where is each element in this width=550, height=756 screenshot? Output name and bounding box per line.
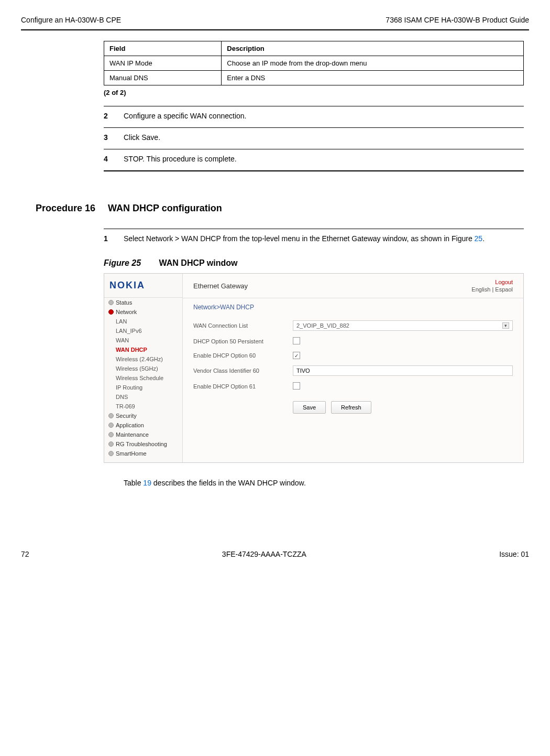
doc-number: 3FE-47429-AAAA-TCZZA: [222, 550, 306, 558]
cell-desc: Choose an IP mode from the drop-down men…: [222, 56, 524, 71]
step-4: 4 STOP. This procedure is complete.: [104, 149, 524, 171]
checkbox-opt50[interactable]: [293, 337, 300, 344]
step-text: STOP. This procedure is complete.: [124, 155, 524, 163]
label-opt60: Enable DHCP Option 60: [193, 352, 293, 359]
header-rule: [21, 29, 529, 30]
sidebar-item-security[interactable]: Security: [104, 411, 182, 420]
sidebar-item-maintenance[interactable]: Maintenance: [104, 430, 182, 439]
checkbox-opt60[interactable]: ✓: [293, 352, 300, 359]
step-1: 1 Select Network > WAN DHCP from the top…: [104, 229, 524, 250]
header-right: 7368 ISAM CPE HA-030W-B Product Guide: [386, 16, 529, 24]
content-area: Field Description WAN IP Mode Choose an …: [104, 41, 524, 171]
issue-number: Issue: 01: [499, 550, 529, 558]
sidebar-item-label: Maintenance: [116, 431, 149, 438]
step-text: Select Network > WAN DHCP from the top-l…: [124, 234, 524, 243]
sidebar-item-wandhcp[interactable]: WAN DHCP: [104, 345, 182, 354]
language-links[interactable]: English | Espaol: [471, 286, 513, 293]
page-footer: 72 3FE-47429-AAAA-TCZZA Issue: 01: [21, 550, 529, 558]
sidebar-item-label: Application: [116, 422, 144, 428]
table-row: Manual DNS Enter a DNS: [104, 71, 524, 85]
th-desc: Description: [222, 41, 524, 56]
step1-post: .: [482, 234, 485, 243]
sidebar-item-lan[interactable]: LAN: [104, 317, 182, 326]
chevron-down-icon: ▾: [502, 322, 509, 329]
nokia-logo: NOKIA: [104, 274, 182, 298]
page-number: 72: [21, 550, 29, 558]
label-wan-connection: WAN Connection List: [193, 322, 293, 329]
figure-link[interactable]: 25: [475, 234, 483, 243]
after-post: describes the fields in the WAN DHCP win…: [151, 479, 306, 487]
sidebar-item-rg[interactable]: RG Troubleshooting: [104, 439, 182, 449]
sidebar-item-tr069[interactable]: TR-069: [104, 402, 182, 411]
page-header: Configure an HA-030W-B CPE 7368 ISAM CPE…: [21, 16, 529, 24]
procedure-heading: Procedure 16 WAN DHCP configuration: [104, 203, 529, 214]
screenshot: NOKIA Status Network LAN LAN_IPv6 WAN WA…: [104, 273, 524, 463]
th-field: Field: [104, 41, 222, 56]
step-number: 4: [104, 155, 114, 163]
sidebar-item-status[interactable]: Status: [104, 298, 182, 307]
select-value: 2_VOIP_B_VID_882: [296, 322, 349, 329]
sidebar-item-wireless5[interactable]: Wireless (5GHz): [104, 364, 182, 373]
checkbox-opt61[interactable]: [293, 382, 300, 390]
sidebar-item-lanipv6[interactable]: LAN_IPv6: [104, 326, 182, 336]
label-opt50: DHCP Option 50 Persistent: [193, 338, 293, 344]
sidebar-item-wan[interactable]: WAN: [104, 336, 182, 345]
security-icon: [108, 413, 114, 418]
sidebar-item-label: Status: [116, 299, 132, 306]
table-page-note: (2 of 2): [104, 89, 524, 96]
field-table: Field Description WAN IP Mode Choose an …: [104, 41, 524, 85]
sidebar-item-dns[interactable]: DNS: [104, 392, 182, 402]
table-row: WAN IP Mode Choose an IP mode from the d…: [104, 56, 524, 71]
main-panel: Ethernet Gateway Logout English | Espaol…: [183, 274, 523, 462]
row-wan-connection: WAN Connection List 2_VOIP_B_VID_882▾: [193, 317, 513, 334]
label-opt61: Enable DHCP Option 61: [193, 383, 293, 390]
sidebar-item-network[interactable]: Network: [104, 307, 182, 317]
network-icon: [108, 309, 114, 315]
after-pre: Table: [124, 479, 143, 487]
step-number: 2: [104, 112, 114, 120]
row-opt50: DHCP Option 50 Persistent: [193, 334, 513, 349]
wan-connection-select[interactable]: 2_VOIP_B_VID_882▾: [293, 320, 513, 331]
row-opt60: Enable DHCP Option 60 ✓: [193, 349, 513, 362]
step-text: Configure a specific WAN connection.: [124, 112, 524, 120]
sidebar-item-label: Security: [116, 413, 137, 419]
step-3: 3 Click Save.: [104, 127, 524, 149]
after-figure-text: Table 19 describes the fields in the WAN…: [124, 479, 524, 487]
application-icon: [108, 423, 114, 428]
procedure-number: Procedure 16: [36, 203, 95, 214]
table-link[interactable]: 19: [143, 479, 151, 487]
figure-title-text: WAN DHCP window: [159, 258, 238, 267]
header-right-box: Logout English | Espaol: [471, 279, 513, 293]
save-button[interactable]: Save: [293, 401, 326, 414]
form: WAN Connection List 2_VOIP_B_VID_882▾ DH…: [183, 313, 523, 426]
step1-pre: Select Network > WAN DHCP from the top-l…: [124, 234, 475, 243]
refresh-button[interactable]: Refresh: [331, 401, 371, 414]
smarthome-icon: [108, 451, 114, 456]
figure-number: Figure 25: [104, 258, 141, 267]
procedure-title: WAN DHCP configuration: [108, 203, 222, 214]
vci-input[interactable]: [293, 365, 513, 376]
main-header: Ethernet Gateway Logout English | Espaol: [183, 274, 523, 298]
sidebar-item-smarthome[interactable]: SmartHome: [104, 449, 182, 458]
breadcrumb: Network>WAN DHCP: [183, 298, 523, 313]
step-text: Click Save.: [124, 133, 524, 142]
sidebar-item-wireless24[interactable]: Wireless (2.4GHz): [104, 354, 182, 364]
content-area-2: 1 Select Network > WAN DHCP from the top…: [104, 229, 524, 487]
button-row: Save Refresh: [293, 401, 513, 414]
sidebar-item-wschedule[interactable]: Wireless Schedule: [104, 373, 182, 383]
logout-link[interactable]: Logout: [471, 279, 513, 285]
sidebar-item-application[interactable]: Application: [104, 420, 182, 430]
cell-field: WAN IP Mode: [104, 56, 222, 71]
app-title: Ethernet Gateway: [193, 282, 248, 290]
sidebar-item-iprouting[interactable]: IP Routing: [104, 383, 182, 392]
maintenance-icon: [108, 432, 114, 437]
label-vci: Vendor Class Identifier 60: [193, 368, 293, 374]
figure-caption: Figure 25 WAN DHCP window: [104, 258, 524, 268]
sidebar-item-label: Network: [116, 309, 137, 315]
step-2: 2 Configure a specific WAN connection.: [104, 106, 524, 127]
row-opt61: Enable DHCP Option 61: [193, 379, 513, 394]
cell-field: Manual DNS: [104, 71, 222, 85]
cell-desc: Enter a DNS: [222, 71, 524, 85]
step-number: 1: [104, 234, 114, 243]
sidebar: NOKIA Status Network LAN LAN_IPv6 WAN WA…: [104, 274, 183, 462]
